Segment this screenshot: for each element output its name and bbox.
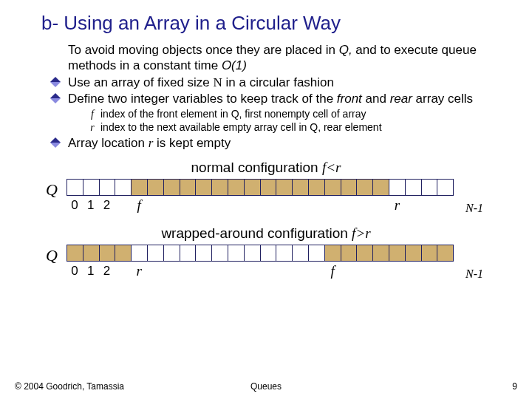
index-label [196, 263, 212, 279]
index-label [244, 197, 260, 214]
array-cell [164, 180, 180, 195]
index-label: 1 [83, 263, 99, 279]
array-cell [212, 180, 228, 195]
array-cell [309, 245, 325, 261]
var-r: r [87, 121, 98, 134]
index-label [357, 197, 373, 214]
array-cell [180, 180, 197, 195]
index-label [341, 263, 357, 279]
array-cell [164, 245, 180, 261]
index-label [308, 197, 324, 214]
bullet-intro: To avoid moving objects once they are pl… [68, 42, 488, 74]
array-cell [276, 180, 293, 195]
array-q-label: Q [46, 246, 58, 265]
array-cell [276, 245, 293, 261]
var-rear: rear [390, 92, 412, 106]
index-label [421, 197, 437, 214]
text: Array location [68, 136, 149, 150]
array-cell [261, 245, 277, 261]
var-q: Q, [339, 43, 352, 57]
index-label [115, 263, 131, 279]
array-cell [196, 180, 212, 195]
array-cell [83, 180, 100, 195]
index-label [260, 263, 276, 279]
index-label [324, 197, 341, 214]
array-cell [212, 245, 228, 261]
array-cell [67, 180, 83, 195]
bullet-list: To avoid moving objects once they are pl… [68, 42, 488, 106]
array-cell [437, 245, 453, 261]
array-cell [261, 180, 277, 195]
array-cell [100, 245, 116, 261]
index-label: 1 [83, 197, 99, 214]
sub-r: r index to the next available empty arra… [87, 121, 511, 134]
index-label [405, 263, 421, 279]
index-label: 0 [66, 197, 83, 214]
text: Define two integer variables to keep tra… [68, 92, 337, 106]
array-cell [293, 180, 309, 195]
array-cell [196, 245, 212, 261]
var-front: front [337, 92, 362, 106]
array-cell [132, 245, 148, 261]
array-cell [406, 245, 422, 261]
text: array cells [412, 92, 473, 106]
text: wrapped-around configuration [161, 225, 352, 241]
array-cell [100, 180, 116, 195]
var-q: Q, [231, 108, 242, 120]
index-label [211, 263, 228, 279]
array-cell [325, 180, 341, 195]
array-cell [357, 180, 373, 195]
array-cell [309, 180, 325, 195]
text: Use an array of fixed size [68, 75, 214, 89]
condition: f>r [352, 225, 371, 241]
index-label [211, 197, 228, 214]
array-cell [148, 180, 164, 195]
text: rear element [321, 121, 381, 133]
index-label [276, 197, 293, 214]
array-cell [437, 180, 453, 195]
array-cell [83, 245, 100, 261]
index-label [260, 197, 276, 214]
array-cell [228, 245, 245, 261]
array-cell [325, 245, 341, 261]
array-cell [389, 245, 406, 261]
array-cell [422, 180, 438, 195]
index-label: f [131, 197, 147, 214]
array-cell [148, 245, 164, 261]
array-wrapped: Q 012rf N-1 [66, 245, 474, 279]
index-label [180, 197, 196, 214]
bullet-list-2: Array location r is kept empty [68, 135, 488, 151]
index-label [357, 263, 373, 279]
index-label [405, 197, 421, 214]
array-cell [245, 245, 261, 261]
array-cell [422, 245, 438, 261]
index-label [276, 263, 293, 279]
array-cell [132, 180, 148, 195]
array-normal: Q 012fr N-1 [66, 179, 474, 214]
index-label [228, 197, 244, 214]
index-label: 2 [99, 263, 115, 279]
text: in a circular fashion [222, 75, 334, 89]
footer-title: Queues [0, 381, 532, 392]
index-label [147, 263, 163, 279]
index-label [244, 263, 260, 279]
index-label [437, 263, 454, 279]
index-label: 2 [99, 197, 115, 214]
array-cell [228, 180, 245, 195]
index-label [341, 197, 357, 214]
array-cell [357, 245, 373, 261]
text: normal configuration [191, 160, 322, 175]
array-cell [406, 180, 422, 195]
index-row-wrapped: 012rf [66, 263, 454, 279]
index-label [373, 263, 389, 279]
bullet-two-vars: Define two integer variables to keep tra… [68, 91, 488, 106]
array-cell [373, 245, 389, 261]
text: To avoid moving objects once they are pl… [68, 43, 339, 57]
array-cell [293, 245, 309, 261]
bullet-r-empty: Array location r is kept empty [68, 135, 488, 151]
index-label: 0 [66, 263, 83, 279]
array-cell [67, 245, 83, 261]
text: index to the next available empty array … [100, 121, 310, 133]
config-wrapped-label: wrapped-around configuration f>r [21, 225, 511, 242]
index-row-normal: 012fr [66, 197, 454, 214]
